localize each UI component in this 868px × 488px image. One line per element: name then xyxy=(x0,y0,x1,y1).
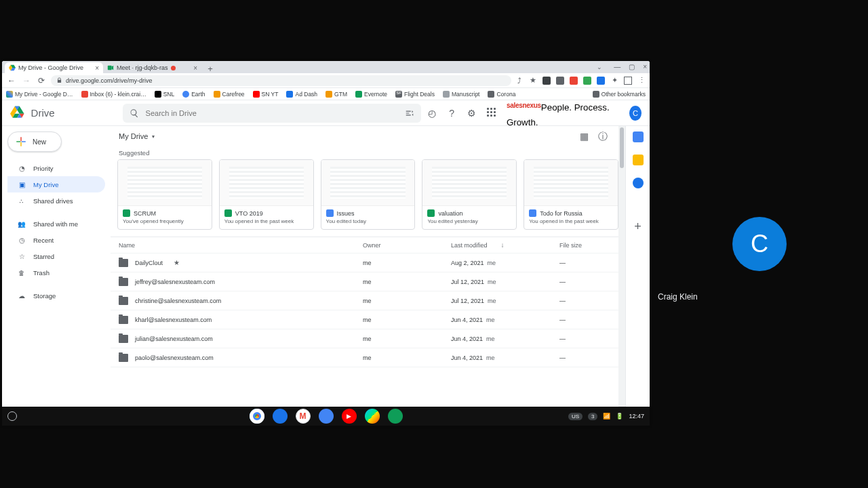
play-store-app-icon[interactable] xyxy=(365,409,380,424)
star-icon[interactable]: ★ xyxy=(174,259,180,266)
search-options-icon[interactable] xyxy=(405,108,414,118)
window-restore-icon[interactable]: ▢ xyxy=(629,63,635,70)
chrome-app-icon[interactable] xyxy=(250,409,264,424)
breadcrumb[interactable]: My Drive ▾ ▦ ⓘ xyxy=(111,126,625,146)
side-panel-icon[interactable] xyxy=(624,77,632,85)
bookmark-item[interactable]: Inbox (6) - klein.crai… xyxy=(81,91,146,98)
file-name: christine@salesnexusteam.com xyxy=(135,298,221,304)
bookmark-item[interactable]: SN YT xyxy=(253,91,279,98)
account-avatar[interactable]: C xyxy=(629,106,642,121)
nav-trash[interactable]: 🗑Trash xyxy=(7,264,105,281)
other-bookmarks[interactable]: Other bookmarks xyxy=(593,91,646,98)
file-name: DailyClout xyxy=(135,260,163,266)
extension-icon[interactable] xyxy=(597,77,605,85)
bookmark-item[interactable]: SNL xyxy=(155,91,175,98)
table-row[interactable]: julian@salesnexusteam.commeJun 4, 2021 m… xyxy=(111,329,625,348)
suggested-subtitle: You opened in the past week xyxy=(529,218,613,224)
close-icon[interactable]: × xyxy=(95,64,99,72)
close-icon[interactable]: × xyxy=(193,64,197,72)
google-apps-icon[interactable] xyxy=(487,108,496,119)
share-icon[interactable]: ⤴ xyxy=(515,77,524,85)
col-modified[interactable]: Last modified↓ xyxy=(451,241,559,249)
chevron-down-icon[interactable]: ▾ xyxy=(152,134,155,140)
nav-shared-drives[interactable]: ⛬Shared drives xyxy=(7,192,105,209)
chrome-menu-icon[interactable]: ⋮ xyxy=(637,77,646,85)
search-box[interactable] xyxy=(123,104,421,123)
search-input[interactable] xyxy=(146,109,398,117)
extension-icon[interactable] xyxy=(542,77,551,85)
shelf-status-area[interactable]: US 3 📶 🔋 12:47 xyxy=(568,413,644,420)
sheets-app-icon[interactable] xyxy=(388,409,403,424)
window-minimize-icon[interactable]: — xyxy=(614,63,620,70)
app-name: Drive xyxy=(31,107,55,119)
table-row[interactable]: christine@salesnexusteam.commeJul 12, 20… xyxy=(111,291,625,310)
scrollbar[interactable] xyxy=(618,126,625,426)
details-pane-icon[interactable]: ⓘ xyxy=(598,131,608,143)
col-owner[interactable]: Owner xyxy=(363,242,451,249)
bookmark-star-icon[interactable]: ★ xyxy=(529,77,537,85)
files-app-icon[interactable] xyxy=(273,409,288,424)
suggested-card[interactable]: SCRUMYou've opened frequently xyxy=(117,159,212,230)
suggested-card[interactable]: IssuesYou edited today xyxy=(321,159,416,230)
suggested-title: Issues xyxy=(337,210,355,217)
suggested-card[interactable]: Todo for RussiaYou opened in the past we… xyxy=(524,159,618,230)
suggested-card[interactable]: valuationYou edited yesterday xyxy=(422,159,517,230)
settings-gear-icon[interactable]: ⚙ xyxy=(467,108,476,119)
table-row[interactable]: paolo@salesnexusteam.commeJun 4, 2021 me… xyxy=(111,348,625,367)
new-tab-button[interactable]: + xyxy=(205,64,215,73)
table-row[interactable]: DailyClout★meAug 2, 2021 me— xyxy=(111,253,625,272)
addons-plus-icon[interactable]: + xyxy=(634,220,642,234)
bookmark-item[interactable]: GTM xyxy=(326,91,347,98)
file-owner: me xyxy=(363,260,451,266)
launcher-button[interactable] xyxy=(7,411,17,421)
nav-storage[interactable]: ☁Storage xyxy=(7,287,105,304)
omnibox[interactable]: drive.google.com/drive/my-drive xyxy=(51,75,511,86)
nav-recent[interactable]: ◷Recent xyxy=(7,232,105,248)
table-row[interactable]: kharl@salesnexusteam.commeJun 4, 2021 me… xyxy=(111,310,625,329)
grid-view-icon[interactable]: ▦ xyxy=(580,131,589,143)
sidebar: New ◔Priority ▣My Drive ⛬Shared drives 👥… xyxy=(2,126,111,426)
nav-starred[interactable]: ☆Starred xyxy=(7,248,105,264)
priority-icon: ◔ xyxy=(17,163,26,173)
col-name[interactable]: Name xyxy=(119,242,363,249)
scroll-thumb[interactable] xyxy=(620,127,624,168)
tab-meet[interactable]: Meet · rjg-dqkb-ras × xyxy=(103,62,201,73)
bookmark-item[interactable]: Earth xyxy=(182,91,205,98)
bookmark-item[interactable]: Ad Dash xyxy=(286,91,317,98)
bookmark-item[interactable]: Manuscript xyxy=(443,91,480,98)
tab-search-icon[interactable]: ⌄ xyxy=(597,64,602,70)
bookmark-item[interactable]: My Drive - Google D… xyxy=(6,91,73,98)
star-icon: ☆ xyxy=(17,251,26,261)
tasks-icon[interactable] xyxy=(633,178,644,188)
nav-reload-button[interactable]: ⟳ xyxy=(36,75,47,86)
bookmark-item[interactable]: SFFlight Deals xyxy=(395,91,435,98)
extension-icon[interactable] xyxy=(570,77,578,85)
extension-icon[interactable] xyxy=(556,77,564,85)
table-row[interactable]: jeffrey@salesnexusteam.commeJul 12, 2021… xyxy=(111,272,625,291)
suggested-card[interactable]: VTO 2019You opened in the past week xyxy=(219,159,314,230)
keep-icon[interactable] xyxy=(633,155,644,165)
gmail-app-icon[interactable]: M xyxy=(296,409,311,424)
extensions-puzzle-icon[interactable]: ✦ xyxy=(610,77,618,85)
offline-ready-icon[interactable]: ◴ xyxy=(428,108,437,119)
bookmark-item[interactable]: Carefree xyxy=(214,91,245,98)
nav-forward-button[interactable]: → xyxy=(21,75,32,86)
col-size[interactable]: File size xyxy=(559,242,614,249)
drive-logo-icon[interactable] xyxy=(10,105,24,121)
extension-icon[interactable] xyxy=(583,77,591,85)
nav-back-button[interactable]: ← xyxy=(6,75,17,86)
docs-app-icon[interactable] xyxy=(319,409,334,424)
file-owner: me xyxy=(363,279,451,285)
nav-my-drive[interactable]: ▣My Drive xyxy=(7,176,105,192)
bookmark-item[interactable]: Corona xyxy=(488,91,515,98)
window-close-icon[interactable]: × xyxy=(643,63,647,70)
nav-shared-with-me[interactable]: 👥Shared with me xyxy=(7,216,105,232)
new-button[interactable]: New xyxy=(7,131,62,152)
breadcrumb-current: My Drive xyxy=(119,132,148,140)
help-icon[interactable]: ? xyxy=(448,108,456,119)
calendar-icon[interactable] xyxy=(633,131,644,142)
bookmark-item[interactable]: Evernote xyxy=(355,91,387,98)
youtube-app-icon[interactable]: ▶ xyxy=(342,409,357,424)
nav-priority[interactable]: ◔Priority xyxy=(7,160,105,176)
tab-drive[interactable]: My Drive - Google Drive × xyxy=(5,62,103,73)
